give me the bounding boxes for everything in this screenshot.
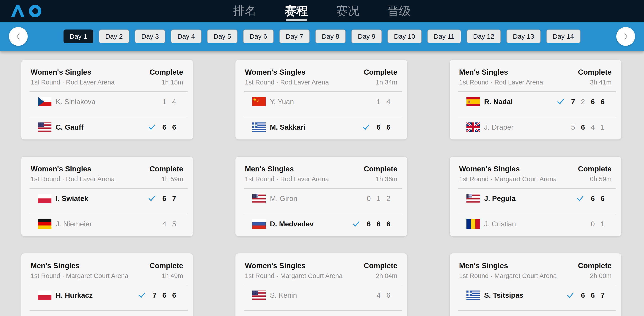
match-duration: 1h 34m (376, 79, 397, 86)
set-score: 6 (172, 291, 176, 300)
day-button-2[interactable]: Day 2 (99, 29, 129, 43)
day-button-4[interactable]: Day 4 (171, 29, 201, 43)
winner-check-icon (567, 292, 574, 298)
player-row: V. Azarenka 67 (244, 311, 402, 316)
match-status: Complete (578, 165, 612, 173)
event-title: Women's Singles (459, 165, 520, 173)
player-row: Q. Halys 346 (458, 311, 616, 316)
flag-icon-gr (252, 122, 266, 132)
player-name: M. Giron (270, 194, 298, 203)
set-score: 6 (600, 98, 605, 106)
player-row: R. Nadal 7266 (458, 92, 616, 111)
round-venue: 1st Round · Rod Laver Arena (459, 79, 543, 86)
match-card[interactable]: Men's Singles Complete 1st Round · Rod L… (236, 157, 407, 236)
score-group: 14 (376, 98, 391, 106)
set-score: 6 (590, 291, 595, 300)
match-card[interactable]: Men's Singles Complete 1st Round · Marga… (21, 254, 193, 316)
score-group: 667 (581, 291, 605, 300)
score-group: 666 (366, 220, 391, 228)
set-score: 6 (376, 123, 381, 131)
winner-check-icon (148, 124, 156, 130)
flag-icon-es (466, 97, 480, 106)
set-score: 6 (581, 123, 585, 131)
score-group: 012 (366, 194, 391, 203)
set-score: 0 (366, 194, 371, 203)
nav-tab-schedule[interactable]: 赛程 (284, 0, 309, 22)
set-score: 5 (571, 123, 575, 131)
day-button-5[interactable]: Day 5 (207, 29, 238, 43)
prev-day-button[interactable] (9, 27, 28, 46)
match-card[interactable]: Women's Singles Complete 1st Round · Rod… (21, 157, 193, 236)
day-button-6[interactable]: Day 6 (243, 29, 274, 43)
nav-tabs: 排名赛程赛况晋级 (232, 0, 412, 22)
day-button-1[interactable]: Day 1 (64, 29, 93, 43)
card-header: Men's Singles Complete (31, 262, 183, 270)
match-card[interactable]: Men's Singles Complete 1st Round · Marga… (450, 254, 622, 316)
card-subheader: 1st Round · Margaret Court Arena 2h 00m (459, 272, 612, 280)
match-card[interactable]: Women's Singles Complete 1st Round · Mar… (236, 254, 407, 316)
round-venue: 1st Round · Rod Laver Arena (245, 175, 329, 183)
set-score: 7 (571, 98, 575, 106)
set-score: 6 (386, 220, 391, 228)
round-venue: 1st Round · Margaret Court Arena (459, 272, 557, 280)
match-card[interactable]: Men's Singles Complete 1st Round · Rod L… (450, 60, 622, 139)
flag-icon-cz (38, 97, 52, 106)
event-title: Women's Singles (31, 68, 91, 76)
card-subheader: 1st Round · Margaret Court Arena 2h 04m (245, 272, 397, 280)
player-row: S. Kenin 46 (244, 285, 402, 305)
event-title: Women's Singles (245, 262, 306, 270)
nav-tab-draw[interactable]: 晋级 (386, 0, 412, 22)
player-row: J. Cristian 01 (458, 214, 616, 234)
set-score: 4 (376, 291, 381, 300)
top-nav: 排名赛程赛况晋级 (0, 0, 644, 22)
player-row: J. Pegula 66 (458, 189, 616, 208)
set-score: 7 (172, 194, 176, 203)
ao-logo[interactable] (10, 5, 44, 17)
day-button-12[interactable]: Day 12 (467, 29, 501, 43)
nav-tab-live-scores[interactable]: 赛况 (335, 0, 360, 22)
day-button-8[interactable]: Day 8 (315, 29, 346, 43)
flag-icon-de (38, 219, 52, 229)
match-card[interactable]: Women's Singles Complete 1st Round · Rod… (236, 60, 407, 139)
set-score: 1 (600, 220, 605, 228)
match-status: Complete (150, 262, 183, 270)
score-group: 7266 (571, 98, 605, 106)
set-score: 1 (376, 194, 381, 203)
winner-check-icon (138, 292, 146, 298)
player-row: J. Niemeier 45 (30, 214, 188, 234)
round-venue: 1st Round · Margaret Court Arena (459, 175, 557, 183)
set-score: 6 (386, 123, 391, 131)
set-score: 4 (162, 220, 166, 228)
player-row: I. Swiatek 67 (30, 189, 188, 208)
day-button-3[interactable]: Day 3 (135, 29, 165, 43)
card-header: Men's Singles Complete (245, 165, 397, 173)
flag-icon-us (38, 122, 52, 132)
day-button-10[interactable]: Day 10 (388, 29, 422, 43)
score-group: 67 (162, 194, 176, 203)
day-button-9[interactable]: Day 9 (351, 29, 382, 43)
round-venue: 1st Round · Margaret Court Arena (31, 272, 128, 280)
match-duration: 1h 49m (162, 272, 183, 280)
card-header: Women's Singles Complete (31, 68, 183, 76)
event-title: Men's Singles (31, 262, 80, 270)
match-card[interactable]: Women's Singles Complete 1st Round · Rod… (21, 60, 193, 139)
day-list: Day 1Day 2Day 3Day 4Day 5Day 6Day 7Day 8… (42, 29, 602, 43)
day-button-14[interactable]: Day 14 (546, 29, 580, 43)
set-score: 4 (386, 98, 391, 106)
card-subheader: 1st Round · Rod Laver Arena 1h 59m (31, 175, 183, 183)
set-score: 2 (386, 194, 391, 203)
match-status: Complete (364, 262, 397, 270)
flag-icon-pl (38, 194, 52, 203)
match-card[interactable]: Women's Singles Complete 1st Round · Mar… (450, 157, 622, 236)
player-row: J. Draper 5641 (458, 117, 616, 137)
next-day-button[interactable] (616, 27, 635, 46)
set-score: 7 (600, 291, 605, 300)
player-name: J. Draper (484, 123, 514, 131)
score-group: 14 (162, 98, 176, 106)
round-venue: 1st Round · Rod Laver Arena (245, 79, 329, 86)
day-button-11[interactable]: Day 11 (427, 29, 461, 43)
flag-icon-pl (38, 291, 52, 300)
day-button-7[interactable]: Day 7 (279, 29, 310, 43)
day-button-13[interactable]: Day 13 (506, 29, 541, 43)
nav-tab-rankings[interactable]: 排名 (232, 0, 258, 22)
